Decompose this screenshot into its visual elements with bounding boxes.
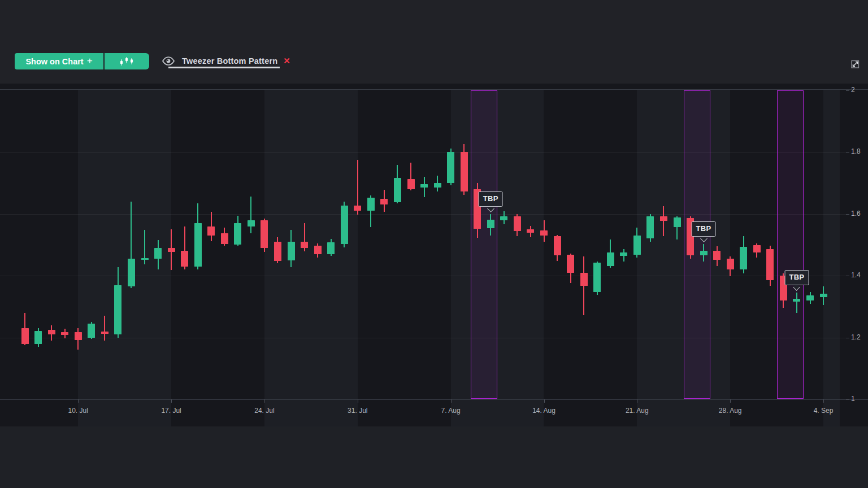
- candle-body: [128, 259, 135, 286]
- candle-body: [554, 236, 561, 255]
- candle-body: [261, 220, 268, 248]
- candle-body: [407, 179, 415, 189]
- candle-body: [447, 152, 454, 183]
- candle-body: [101, 332, 108, 334]
- candle-body: [527, 229, 534, 233]
- toolbar: Show on Chart +: [0, 0, 868, 84]
- candle-body: [274, 242, 281, 261]
- gridline: [0, 152, 848, 152]
- candle-body: [674, 217, 681, 227]
- candle-body: [248, 220, 255, 226]
- y-axis-tick: [846, 90, 849, 91]
- y-axis-tick: [846, 338, 849, 338]
- candle-body: [394, 178, 401, 202]
- tweezer-bottom-highlight-box: [471, 90, 497, 399]
- candle-body: [114, 285, 121, 335]
- candle-body: [753, 245, 761, 252]
- candle-body: [288, 242, 295, 260]
- y-axis-label: 1.6: [851, 210, 868, 217]
- candle-body: [154, 248, 162, 259]
- x-axis-tick: [358, 399, 358, 403]
- candle-body: [367, 198, 375, 211]
- x-axis-tick: [451, 399, 452, 403]
- candle-body: [168, 248, 175, 252]
- candle-body: [766, 249, 774, 280]
- gridline: [0, 338, 848, 338]
- candle-body: [713, 251, 721, 259]
- candle-body: [34, 331, 42, 344]
- y-axis-label: 2: [851, 86, 868, 94]
- pattern-name-label: Tweezer Bottom Pattern: [182, 56, 277, 66]
- x-axis-label: 4. Sep: [805, 407, 841, 415]
- candle-body: [207, 226, 215, 236]
- tbp-flag-label: TBP: [784, 270, 809, 285]
- tweezer-bottom-highlight-box: [777, 90, 804, 399]
- candle-body: [593, 263, 601, 292]
- candle-body: [806, 295, 814, 300]
- candle-body: [354, 206, 361, 211]
- candle-body: [420, 184, 428, 188]
- candle-body: [327, 242, 335, 254]
- pane-border-bottom: [0, 399, 868, 400]
- candle-wick: [250, 197, 251, 233]
- candle-body: [580, 273, 588, 286]
- candle-wick: [583, 256, 584, 315]
- x-axis-label: 28. Aug: [712, 407, 748, 415]
- tbp-flag-label: TBP: [692, 221, 716, 237]
- candle-body: [194, 223, 202, 267]
- candle-body: [181, 251, 188, 266]
- candlestick-icon: [118, 56, 136, 67]
- candle-body: [700, 251, 708, 255]
- x-axis-tick: [544, 399, 545, 403]
- x-axis-label: 24. Jul: [246, 407, 283, 415]
- pattern-visibility-row: Tweezer Bottom Pattern ✕: [162, 54, 290, 68]
- candle-body: [567, 255, 574, 273]
- y-axis-label: 1.4: [851, 271, 868, 279]
- candle-body: [380, 199, 388, 205]
- x-axis-tick: [264, 399, 265, 403]
- tbp-flag-label: TBP: [479, 191, 503, 207]
- candle-body: [487, 220, 494, 229]
- candle-wick: [663, 206, 664, 236]
- show-on-chart-label: Show on Chart: [25, 57, 83, 66]
- x-axis-label: 31. Jul: [340, 407, 376, 415]
- footer: alt FINS: [0, 426, 868, 488]
- candle-wick: [796, 293, 797, 313]
- candle-body: [633, 236, 641, 255]
- candle-body: [727, 259, 734, 269]
- candle-body: [341, 206, 348, 245]
- candle-body: [740, 247, 747, 270]
- candle-wick: [104, 316, 105, 341]
- candle-body: [234, 223, 241, 245]
- candle-body: [500, 216, 507, 220]
- chart-plot-area: TBPTBPTBP: [0, 89, 848, 399]
- x-axis-label: 21. Aug: [619, 407, 655, 415]
- candle-body: [88, 324, 95, 338]
- candle-body: [620, 252, 627, 256]
- candle-body: [48, 330, 55, 334]
- candlestick-view-button[interactable]: [105, 53, 149, 69]
- candle-body: [434, 183, 441, 188]
- candle-body: [21, 328, 29, 343]
- candle-body: [141, 258, 149, 260]
- expand-icon[interactable]: [850, 59, 861, 69]
- altfins-chart-page: Show on Chart +: [0, 0, 868, 488]
- x-axis-tick: [823, 399, 824, 403]
- y-axis-tick: [846, 399, 849, 400]
- x-axis-label: 7. Aug: [433, 407, 469, 415]
- candlestick-chart[interactable]: TBPTBPTBP 10. Jul17. Jul24. Jul31. Jul7.…: [0, 84, 868, 426]
- candle-body: [660, 216, 667, 221]
- eye-visibility-icon[interactable]: [162, 56, 175, 66]
- y-axis-label: 1: [851, 395, 868, 403]
- candle-body: [820, 294, 827, 298]
- show-on-chart-button[interactable]: Show on Chart +: [15, 53, 103, 69]
- y-axis-tick: [846, 276, 849, 276]
- plus-icon: +: [87, 55, 93, 67]
- candle-body: [514, 216, 521, 231]
- close-icon[interactable]: ✕: [283, 56, 290, 66]
- candle-body: [461, 152, 468, 191]
- candle-body: [793, 299, 800, 302]
- active-pattern-underline: [168, 67, 280, 68]
- candle-body: [314, 246, 322, 254]
- x-axis-label: 17. Jul: [153, 407, 189, 415]
